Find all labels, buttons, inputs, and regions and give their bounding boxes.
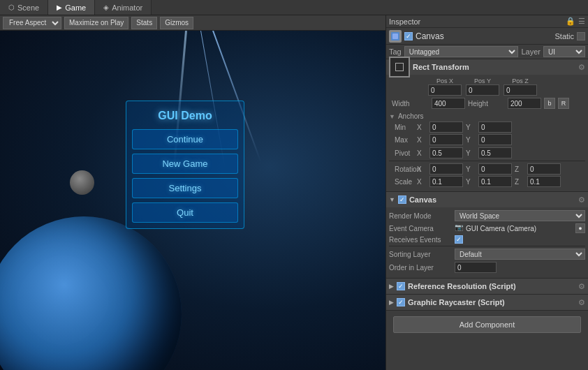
event-camera-row: Event Camera 📷 GUI Camera (Camera) ● (389, 223, 585, 233)
tab-animator-label: Animator (112, 3, 142, 12)
lock-icon[interactable]: 🔒 (566, 17, 575, 26)
camera-value: GUI Camera (Camera) (466, 225, 574, 232)
gui-btn-quit[interactable]: Quit (132, 202, 238, 223)
game-icon: ▶ (57, 3, 62, 11)
width-input[interactable] (432, 98, 465, 109)
maximize-on-play-btn[interactable]: Maximize on Play (64, 17, 128, 29)
canvas-component-name: Canvas (409, 195, 575, 204)
scale-y-axis: Y (466, 178, 476, 186)
gizmos-btn[interactable]: Gizmos (160, 17, 193, 29)
canvas-component-body: Render Mode World Space Event Camera 📷 G… (386, 207, 588, 278)
receives-events-row: Receives Events ✓ (389, 235, 585, 244)
canvas-component-checkbox[interactable]: ✓ (398, 195, 406, 204)
gui-btn-continue[interactable]: Continue (132, 129, 238, 149)
rot-y-input[interactable] (478, 163, 512, 175)
rotation-row: Rotation X Y Z (389, 163, 585, 175)
render-mode-select[interactable]: World Space (455, 210, 585, 221)
height-input[interactable] (508, 98, 541, 109)
graphic-raycaster-collapse-icon: ▶ (389, 299, 394, 306)
scale-x-axis: X (417, 178, 427, 186)
tab-scene[interactable]: ⬡ Scene (0, 0, 48, 15)
rot-z-input[interactable] (527, 163, 561, 175)
game-toolbar: Free Aspect Maximize on Play Stats Gizmo… (0, 15, 385, 31)
anchors-collapse-icon: ▼ (389, 113, 395, 120)
graphic-raycaster-gear[interactable]: ⚙ (578, 298, 585, 307)
anchors-text: Anchors (398, 112, 424, 120)
stats-btn[interactable]: Stats (131, 17, 157, 29)
ref-res-collapse-icon: ▶ (389, 283, 394, 290)
rect-transform-header[interactable]: Rect Transform ⚙ (386, 59, 588, 75)
sorting-layer-row: Sorting Layer Default (389, 249, 585, 260)
canvas-object-icon (389, 30, 402, 43)
layer-select[interactable]: UI (543, 46, 585, 57)
pivot-y-input[interactable] (478, 147, 512, 158)
anchor-min-x-input[interactable] (429, 121, 463, 133)
anchor-max-y-input[interactable] (478, 134, 512, 145)
canvas-object-header: ✓ Canvas Static (386, 28, 588, 45)
rect-transform-gear[interactable]: ⚙ (578, 63, 585, 72)
render-mode-label: Render Mode (389, 212, 452, 220)
object-name: Canvas (416, 31, 552, 41)
rect-transform-component: Rect Transform ⚙ Pos X Pos Y (386, 59, 588, 192)
tab-game[interactable]: ▶ Game (48, 0, 95, 15)
pos-y-input[interactable] (466, 84, 499, 96)
tag-select[interactable]: Untagged (404, 46, 519, 57)
canvas-component: ▼ ✓ Canvas ⚙ Render Mode World Space Eve… (386, 192, 588, 279)
pivot-label: Pivot (395, 149, 414, 157)
render-mode-row: Render Mode World Space (389, 210, 585, 221)
scale-x-input[interactable] (429, 176, 463, 187)
pivot-x-input[interactable] (429, 147, 463, 158)
animator-icon: ◈ (103, 3, 109, 11)
graphic-raycaster-checkbox[interactable]: ✓ (397, 298, 405, 306)
rect-transform-name: Rect Transform (413, 63, 575, 71)
scale-y-input[interactable] (478, 176, 512, 187)
anchor-min-y-input[interactable] (478, 121, 512, 133)
gui-btn-settings[interactable]: Settings (132, 178, 238, 198)
inspector-header: Inspector 🔒 ☰ (386, 15, 588, 28)
receives-events-checkbox[interactable]: ✓ (455, 235, 463, 244)
b-button[interactable]: b (544, 98, 555, 109)
anchors-max-label: Max (395, 136, 414, 144)
graphic-raycaster-component: ▶ ✓ Graphic Raycaster (Script) ⚙ (386, 295, 588, 311)
canvas-component-gear[interactable]: ⚙ (578, 195, 585, 205)
static-label: Static (554, 32, 574, 40)
ref-res-gear[interactable]: ⚙ (578, 282, 585, 291)
reference-resolution-component: ▶ ✓ Reference Resolution (Script) ⚙ (386, 279, 588, 295)
event-camera-field: 📷 GUI Camera (Camera) ● (455, 223, 585, 233)
pivot-x-axis: X (417, 149, 427, 157)
inspector-title: Inspector (389, 17, 420, 26)
ref-res-checkbox[interactable]: ✓ (397, 282, 405, 290)
anchors-label[interactable]: ▼ Anchors (389, 111, 585, 121)
game-view: Free Aspect Maximize on Play Stats Gizmo… (0, 15, 385, 370)
pos-y-axis-label: Pos Y (474, 77, 491, 84)
sorting-layer-select[interactable]: Default (455, 249, 585, 260)
height-label: Height (468, 100, 506, 108)
gui-btn-new-game[interactable]: New Game (132, 154, 238, 174)
object-active-checkbox[interactable]: ✓ (404, 32, 413, 40)
order-in-layer-row: Order in Layer (389, 262, 585, 273)
menu-icon[interactable]: ☰ (578, 17, 585, 26)
top-tabs: ⬡ Scene ▶ Game ◈ Animator (0, 0, 588, 15)
scale-z-input[interactable] (527, 176, 561, 187)
canvas-component-header[interactable]: ▼ ✓ Canvas ⚙ (386, 192, 588, 207)
anchor-max-x-input[interactable] (429, 134, 463, 145)
graphic-raycaster-header[interactable]: ▶ ✓ Graphic Raycaster (Script) ⚙ (386, 295, 588, 310)
inspector-icons: 🔒 ☰ (566, 17, 585, 26)
reference-resolution-header[interactable]: ▶ ✓ Reference Resolution (Script) ⚙ (386, 279, 588, 294)
ref-res-name: Reference Resolution (Script) (408, 282, 575, 290)
r-button[interactable]: R (558, 98, 569, 109)
pos-x-input[interactable] (428, 84, 462, 96)
rot-x-input[interactable] (429, 163, 463, 175)
order-in-layer-input[interactable] (455, 262, 497, 273)
scale-z-axis: Z (515, 178, 524, 186)
camera-select-btn[interactable]: ● (575, 223, 585, 233)
pos-z-input[interactable] (504, 84, 537, 96)
anchors-max-row: Max X Y (389, 134, 585, 145)
static-checkbox[interactable] (577, 32, 585, 40)
tag-layer-row: Tag Untagged Layer UI (386, 45, 588, 59)
pos-xyz-row: Pos X Pos Y Pos Z (389, 77, 585, 96)
add-component-button[interactable]: Add Component (393, 316, 581, 333)
rot-x-axis: X (417, 165, 427, 173)
aspect-select[interactable]: Free Aspect (3, 17, 61, 29)
tab-animator[interactable]: ◈ Animator (95, 0, 152, 15)
